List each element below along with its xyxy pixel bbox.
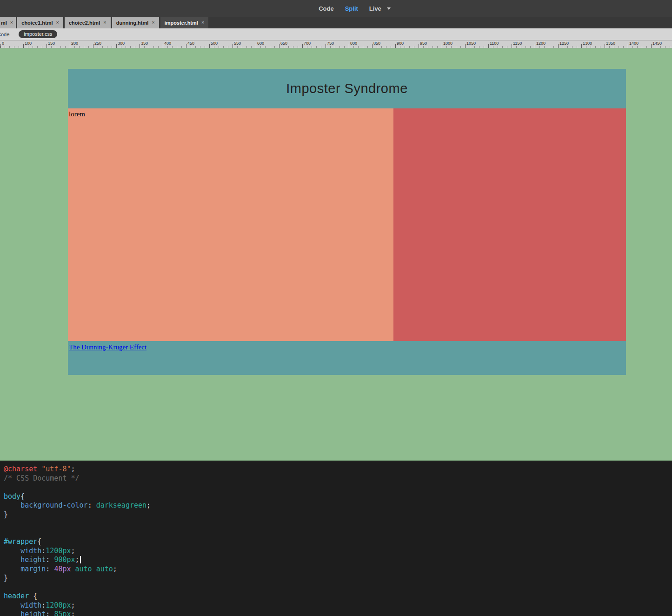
dunning-kruger-link[interactable]: The Dunning-Kruger Effect [69,343,146,351]
page-main: lorem [68,108,626,341]
dreamweaver-window: CodeSplitLive ml×choice1.html×choice2.ht… [0,0,672,616]
code-line: width:1200px; [4,547,672,556]
ruler-tick: 700 [302,44,303,48]
document-tab-bar: ml×choice1.html×choice2.html×dunning.htm… [0,17,672,28]
code-line [4,529,672,538]
view-mode-code[interactable]: Code [319,5,334,12]
tab-label: dunning.html [116,20,149,26]
page-title: Imposter Syndrome [286,81,408,96]
page-header: Imposter Syndrome [68,69,626,108]
ruler-tick: 450 [186,44,186,48]
ruler-tick: 1000 [442,44,442,48]
left-column: lorem [68,108,393,341]
view-mode-live[interactable]: Live [369,5,381,12]
ruler-tick: 250 [93,44,93,48]
tab-label: choice1.html [21,20,53,26]
ruler-tick: 350 [140,44,140,48]
ruler-tick: 100 [23,44,24,48]
code-line: #wrapper{ [4,537,672,547]
related-file-imposter-css[interactable]: imposter.css [19,30,57,38]
ruler-tick: 1450 [651,44,652,48]
tab-label: ml [1,20,7,26]
ruler-tick: 1150 [512,44,512,48]
tab-ml[interactable]: ml× [0,17,16,28]
ruler-tick: 1300 [581,44,582,48]
lorem-text: lorem [69,110,85,118]
close-icon[interactable]: × [103,20,106,25]
ruler-tick: 0 [0,44,1,48]
code-line: width:1200px; [4,601,672,610]
code-line [4,483,672,492]
ruler-tick: 800 [349,44,349,48]
close-icon[interactable]: × [201,20,204,25]
ruler-tick: 950 [419,44,419,48]
ruler-tick: 850 [372,44,373,48]
code-line: } [4,510,672,520]
code-line: header { [4,592,672,601]
ruler-tick: 750 [326,44,326,48]
close-icon[interactable]: × [152,20,154,25]
ruler-tick: 1100 [488,44,489,48]
design-view[interactable]: Imposter Syndrome lorem The Dunning-Krug… [0,48,672,461]
code-line: margin: 40px auto auto; [4,565,672,574]
ruler-tick: 500 [209,44,210,48]
tab-dunning-html[interactable]: dunning.html× [112,17,159,28]
horizontal-ruler: 0100150200250300350400450500550600650700… [0,40,672,48]
source-code-label[interactable]: Code [0,32,9,37]
view-mode-split[interactable]: Split [345,5,358,12]
right-column [393,108,626,341]
page-footer: The Dunning-Kruger Effect [68,341,626,375]
tab-choice1-html[interactable]: choice1.html× [17,17,63,28]
code-line: @charset "utf-8"; [4,465,672,474]
ruler-tick: 1400 [628,44,628,48]
ruler-tick: 600 [256,44,256,48]
ruler-tick: 300 [116,44,117,48]
ruler-tick: 550 [233,44,233,48]
code-line: height: 85px; [4,610,672,616]
ruler-tick: 1050 [465,44,466,48]
related-files-bar: Code imposter.css [0,28,672,40]
app-toolbar: CodeSplitLive [0,0,672,17]
code-line: height: 900px; [4,556,672,565]
ruler-tick: 150 [47,44,47,48]
chevron-down-icon[interactable] [387,7,391,10]
code-line: body{ [4,492,672,502]
view-mode-switcher: CodeSplitLive [319,5,391,12]
ruler-tick: 1350 [605,44,605,48]
close-icon[interactable]: × [10,20,13,25]
ruler-tick: 900 [395,44,396,48]
ruler-tick: 1250 [558,44,559,48]
code-editor[interactable]: @charset "utf-8";/* CSS Document */ body… [0,461,672,616]
tab-choice2-html[interactable]: choice2.html× [65,17,111,28]
ruler-tick: 1200 [535,44,535,48]
code-line [4,519,672,529]
tab-label: imposter.html [165,20,198,26]
ruler-tick: 650 [279,44,279,48]
code-line [4,583,672,592]
code-line: } [4,574,672,583]
tab-imposter-html[interactable]: imposter.html× [160,17,209,28]
code-line: background-color: darkseagreen; [4,501,672,510]
code-line: /* CSS Document */ [4,474,672,483]
text-cursor [80,556,81,563]
ruler-tick: 400 [163,44,163,48]
tab-label: choice2.html [69,20,100,26]
ruler-tick: 200 [70,44,70,48]
close-icon[interactable]: × [56,20,59,25]
page-wrapper: Imposter Syndrome lorem The Dunning-Krug… [68,69,626,375]
